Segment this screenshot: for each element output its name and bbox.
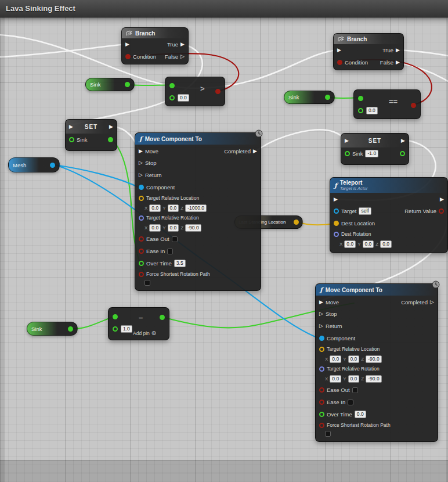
ease-in-checkbox[interactable] <box>348 400 353 405</box>
node-equals[interactable]: 0.0 == <box>353 89 421 119</box>
location-y-input[interactable]: 0.0 <box>348 355 360 363</box>
over-time-input[interactable]: 3.5 <box>174 260 186 267</box>
b-in-pin[interactable] <box>358 108 363 113</box>
ease-in-checkbox[interactable] <box>167 249 173 254</box>
exec-out-pin[interactable]: ▶ <box>440 197 444 202</box>
completed-exec-out-pin[interactable]: ▶ <box>253 149 257 154</box>
sink-out-pin[interactable] <box>325 95 330 100</box>
component-pin[interactable] <box>319 336 324 341</box>
mesh-out-pin[interactable] <box>50 163 55 168</box>
exec-in-pin[interactable]: ▶ <box>337 48 341 53</box>
exec-in-pin[interactable]: ▶ <box>345 138 349 143</box>
result-out-pin[interactable] <box>160 315 165 320</box>
ease-out-pin[interactable] <box>319 387 324 393</box>
ease-out-checkbox[interactable] <box>352 387 358 393</box>
node-branch-2[interactable]: Branch ▶ True ▶ Condition False ▶ <box>333 33 404 70</box>
value-input[interactable]: -1.0 <box>365 150 378 157</box>
true-out-pin[interactable]: ▶ <box>180 42 185 47</box>
rotation-x-input[interactable]: 0.0 <box>344 240 356 248</box>
ease-in-pin[interactable] <box>319 400 324 405</box>
a-in-pin[interactable] <box>113 314 118 319</box>
b-value-input[interactable]: 0.0 <box>178 94 189 102</box>
condition-pin[interactable] <box>337 60 342 65</box>
over-time-pin[interactable] <box>319 412 324 417</box>
component-pin[interactable] <box>139 185 144 190</box>
condition-pin[interactable] <box>125 54 131 59</box>
target-relative-location-pin[interactable] <box>319 347 324 352</box>
node-get-sink-2[interactable]: Sink <box>284 91 335 104</box>
stop-exec-in-pin[interactable]: ▷ <box>319 311 323 316</box>
value-out-pin[interactable] <box>400 151 405 156</box>
node-teleport[interactable]: ƒ Teleport Target is Actor ▶ ▶ Target se… <box>330 177 448 253</box>
value-in-pin[interactable] <box>69 137 74 142</box>
location-x-input[interactable]: 0.0 <box>330 355 341 363</box>
rotation-z-input[interactable]: -90.0 <box>185 224 201 232</box>
node-get-sink-3[interactable]: Sink <box>27 322 78 336</box>
node-move-component-to-2[interactable]: ƒ Move Component To ▶ Move Completed ▷ ▷… <box>315 283 438 442</box>
node-branch-1[interactable]: Branch ▶ True ▶ Condition False ▷ <box>121 27 189 64</box>
move-exec-in-pin[interactable]: ▶ <box>139 149 143 154</box>
over-time-pin[interactable] <box>139 261 144 266</box>
node-set-sink-2[interactable]: ▶ SET ▶ Sink -1.0 <box>341 133 409 165</box>
exec-in-pin[interactable]: ▶ <box>69 124 73 130</box>
b-value-input[interactable]: 1.0 <box>121 325 132 333</box>
value-in-pin[interactable] <box>345 151 350 156</box>
location-z-input[interactable]: -1000.0 <box>185 204 207 212</box>
b-in-pin[interactable] <box>113 326 118 332</box>
target-relative-rotation-pin[interactable] <box>319 366 324 372</box>
false-out-pin[interactable]: ▶ <box>396 60 400 65</box>
target-relative-location-pin[interactable] <box>139 196 144 201</box>
location-out-pin[interactable] <box>294 220 299 225</box>
location-y-input[interactable]: 0.0 <box>168 204 179 212</box>
node-get-mesh[interactable]: Mesh <box>8 157 60 172</box>
target-relative-rotation-pin[interactable] <box>139 215 144 221</box>
over-time-input[interactable]: 0.0 <box>355 411 366 418</box>
force-shortest-rotation-path-checkbox[interactable] <box>325 431 331 437</box>
node-set-sink-1[interactable]: ▶ SET ▶ Sink <box>65 119 117 151</box>
true-out-pin[interactable]: ▶ <box>396 48 400 53</box>
node-greater-than[interactable]: 0.0 > <box>165 77 225 106</box>
location-z-input[interactable]: -90.0 <box>366 355 381 363</box>
node-move-component-to-1[interactable]: ƒ Move Component To ▶ Move Completed ▶ ▷… <box>135 132 261 291</box>
exec-out-pin[interactable]: ▶ <box>401 138 405 143</box>
rotation-z-input[interactable]: 0.0 <box>380 240 392 248</box>
add-pin-button[interactable]: Add pin ⊕ <box>133 330 156 336</box>
rotation-x-input[interactable]: 0.0 <box>149 224 161 232</box>
exec-out-pin[interactable]: ▶ <box>109 124 113 130</box>
exec-in-pin[interactable]: ▶ <box>125 42 129 47</box>
target-value-input[interactable]: self <box>359 207 371 215</box>
force-shortest-rotation-path-checkbox[interactable] <box>144 280 150 286</box>
rotation-y-input[interactable]: 0.0 <box>363 240 374 248</box>
a-in-pin[interactable] <box>169 83 175 88</box>
ease-out-checkbox[interactable] <box>172 236 178 242</box>
return-value-pin[interactable] <box>439 208 444 214</box>
dest-location-pin[interactable] <box>334 221 339 226</box>
completed-exec-out-pin[interactable]: ▷ <box>430 300 434 305</box>
result-out-pin[interactable] <box>411 103 416 108</box>
sink-out-pin[interactable] <box>68 326 73 332</box>
exec-in-pin[interactable]: ▶ <box>334 197 338 202</box>
false-out-pin[interactable]: ▷ <box>180 54 185 59</box>
b-in-pin[interactable] <box>169 95 175 100</box>
force-shortest-rotation-path-pin[interactable] <box>319 423 324 428</box>
value-out-pin[interactable] <box>108 137 113 142</box>
rotation-z-input[interactable]: -90.0 <box>366 375 381 383</box>
target-pin[interactable] <box>334 208 339 214</box>
force-shortest-rotation-path-pin[interactable] <box>139 272 144 277</box>
ease-in-pin[interactable] <box>139 249 144 254</box>
node-get-sink-1[interactable]: Sink <box>85 78 135 91</box>
location-x-input[interactable]: 0.0 <box>149 204 161 212</box>
dest-rotation-pin[interactable] <box>334 232 339 237</box>
ease-out-pin[interactable] <box>139 236 144 242</box>
return-exec-in-pin[interactable]: ▷ <box>139 172 143 178</box>
move-exec-in-pin[interactable]: ▶ <box>319 300 323 305</box>
sink-out-pin[interactable] <box>125 82 130 87</box>
stop-exec-in-pin[interactable]: ▷ <box>139 160 143 166</box>
rotation-y-input[interactable]: 0.0 <box>348 375 360 383</box>
rotation-y-input[interactable]: 0.0 <box>168 224 179 232</box>
b-value-input[interactable]: 0.0 <box>366 107 378 114</box>
return-exec-in-pin[interactable]: ▷ <box>319 323 323 329</box>
a-in-pin[interactable] <box>358 96 363 101</box>
node-subtract[interactable]: 1.0 – Add pin ⊕ <box>108 307 169 340</box>
rotation-x-input[interactable]: 0.0 <box>330 375 341 383</box>
